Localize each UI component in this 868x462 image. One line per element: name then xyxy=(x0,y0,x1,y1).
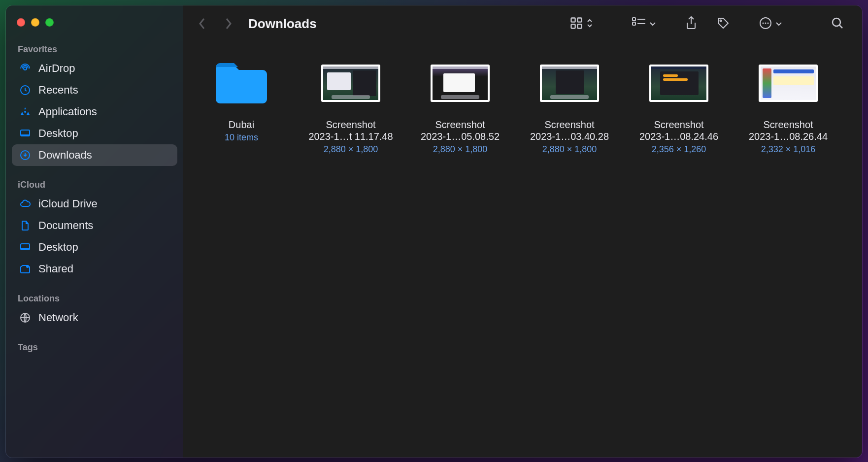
file-meta: 2,880 × 1,800 xyxy=(542,144,597,155)
svg-point-5 xyxy=(26,265,29,268)
file-item-screenshot[interactable]: Screenshot 2023-1…05.08.52 2,880 × 1,800 xyxy=(411,54,509,155)
finder-window: Favorites AirDrop Recents Applications D… xyxy=(5,5,863,458)
view-mode-button[interactable] xyxy=(564,13,599,34)
sidebar-item-label: Desktop xyxy=(38,241,78,254)
svg-point-13 xyxy=(720,20,722,21)
file-name: Screenshot xyxy=(520,119,619,131)
sidebar-section-locations: Locations xyxy=(12,289,177,307)
grid-icon xyxy=(569,16,583,32)
network-icon xyxy=(19,311,32,324)
forward-button[interactable] xyxy=(219,14,238,33)
minimize-button[interactable] xyxy=(31,18,39,27)
folder-icon xyxy=(212,54,271,113)
screenshot-thumbnail xyxy=(649,54,708,113)
airdrop-icon xyxy=(19,62,32,75)
tags-button[interactable] xyxy=(710,13,736,34)
window-title: Downloads xyxy=(248,16,317,32)
document-icon xyxy=(19,219,32,232)
sidebar-item-label: iCloud Drive xyxy=(38,198,98,210)
fullscreen-button[interactable] xyxy=(45,18,54,27)
toolbar: Downloads xyxy=(183,5,862,42)
sidebar-item-icloud-desktop[interactable]: Desktop xyxy=(12,236,177,258)
chevron-updown-icon xyxy=(586,18,593,30)
content-area: Downloads xyxy=(183,5,862,458)
desktop-icon xyxy=(19,241,32,254)
file-name: Screenshot xyxy=(301,119,400,131)
sidebar-section-icloud: iCloud xyxy=(12,175,177,193)
sidebar-item-network[interactable]: Network xyxy=(12,307,177,329)
file-item-folder[interactable]: Dubai 10 items xyxy=(192,54,291,155)
close-button[interactable] xyxy=(17,18,25,27)
sidebar: Favorites AirDrop Recents Applications D… xyxy=(6,5,183,458)
svg-rect-12 xyxy=(633,22,635,25)
file-item-screenshot[interactable]: Screenshot 2023-1…t 11.17.48 2,880 × 1,8… xyxy=(301,54,400,155)
group-icon xyxy=(632,17,646,31)
sidebar-item-documents[interactable]: Documents xyxy=(12,215,177,236)
chevron-down-icon xyxy=(775,20,782,28)
svg-point-17 xyxy=(768,22,769,24)
sidebar-item-label: Network xyxy=(38,311,78,324)
svg-rect-7 xyxy=(571,18,575,22)
action-button[interactable] xyxy=(753,13,788,34)
search-icon xyxy=(831,16,844,32)
file-item-screenshot[interactable]: Screenshot 2023-1…03.40.28 2,880 × 1,800 xyxy=(520,54,619,155)
file-name: Dubai xyxy=(192,119,291,131)
file-name: Screenshot xyxy=(411,119,509,131)
back-button[interactable] xyxy=(192,14,212,33)
sidebar-item-label: Shared xyxy=(38,263,73,275)
file-name-line2: 2023-1…08.26.44 xyxy=(739,131,837,142)
sidebar-item-recents[interactable]: Recents xyxy=(12,79,177,101)
sidebar-item-label: AirDrop xyxy=(38,62,75,75)
sidebar-item-airdrop[interactable]: AirDrop xyxy=(12,58,177,79)
file-meta: 2,332 × 1,016 xyxy=(761,144,816,155)
ellipsis-circle-icon xyxy=(759,16,772,32)
file-item-screenshot[interactable]: Screenshot 2023-1…08.24.46 2,356 × 1,260 xyxy=(630,54,728,155)
file-name-line2: 2023-1…05.08.52 xyxy=(411,131,509,142)
share-icon xyxy=(685,16,698,32)
sidebar-item-label: Recents xyxy=(38,84,78,97)
file-meta: 2,356 × 1,260 xyxy=(652,144,706,155)
sidebar-item-shared[interactable]: Shared xyxy=(12,258,177,280)
svg-point-16 xyxy=(765,22,767,24)
sidebar-item-label: Downloads xyxy=(38,149,92,162)
sidebar-item-iclouddrive[interactable]: iCloud Drive xyxy=(12,193,177,215)
clock-icon xyxy=(19,84,32,97)
file-item-screenshot[interactable]: Screenshot 2023-1…08.26.44 2,332 × 1,016 xyxy=(739,54,837,155)
search-button[interactable] xyxy=(825,13,850,34)
sidebar-section-tags: Tags xyxy=(12,337,177,356)
shared-icon xyxy=(19,263,32,275)
cloud-icon xyxy=(19,198,32,210)
svg-point-0 xyxy=(24,67,27,70)
desktop-icon xyxy=(19,127,32,140)
sidebar-item-label: Applications xyxy=(38,105,97,118)
sidebar-item-label: Documents xyxy=(38,219,93,232)
file-name: Screenshot xyxy=(630,119,728,131)
window-controls xyxy=(12,14,177,39)
sidebar-item-label: Desktop xyxy=(38,127,78,140)
sidebar-section-favorites: Favorites xyxy=(12,39,177,58)
svg-point-15 xyxy=(763,22,764,24)
file-name-line2: 2023-1…08.24.46 xyxy=(630,131,728,142)
screenshot-thumbnail xyxy=(759,54,818,113)
svg-rect-8 xyxy=(577,18,581,22)
sidebar-item-desktop[interactable]: Desktop xyxy=(12,123,177,144)
file-grid: Dubai 10 items Screenshot 2023-1…t 11.17… xyxy=(183,42,862,458)
group-button[interactable] xyxy=(626,13,662,34)
sidebar-item-applications[interactable]: Applications xyxy=(12,101,177,123)
chevron-down-icon xyxy=(649,20,656,28)
file-name-line2: 2023-1…t 11.17.48 xyxy=(301,131,400,142)
sidebar-item-downloads[interactable]: Downloads xyxy=(12,144,177,166)
svg-point-18 xyxy=(833,18,840,26)
svg-rect-9 xyxy=(571,24,575,28)
svg-rect-11 xyxy=(633,18,635,21)
svg-rect-10 xyxy=(577,24,581,28)
file-name-line2: 2023-1…03.40.28 xyxy=(520,131,619,142)
share-button[interactable] xyxy=(679,13,703,34)
file-meta: 10 items xyxy=(225,132,258,143)
screenshot-thumbnail xyxy=(431,54,490,113)
tag-icon xyxy=(716,16,730,32)
apps-icon xyxy=(19,105,32,118)
file-meta: 2,880 × 1,800 xyxy=(433,144,488,155)
file-name: Screenshot xyxy=(739,119,837,131)
file-meta: 2,880 × 1,800 xyxy=(324,144,378,155)
